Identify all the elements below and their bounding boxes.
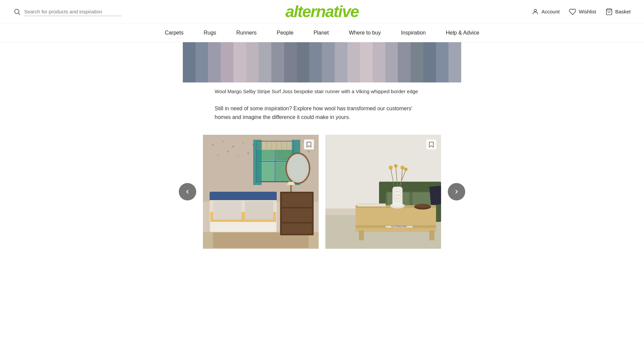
wishlist-label: Wishlist — [579, 9, 596, 14]
main-nav: Carpets Rugs Runners People Planet Where… — [0, 23, 644, 42]
carousel-images: EAT DRINK MAP — [203, 135, 441, 249]
svg-point-88 — [389, 166, 393, 170]
wishlist-link[interactable]: Wishlist — [569, 8, 596, 15]
svg-point-89 — [394, 164, 397, 168]
svg-rect-55 — [282, 224, 312, 234]
svg-rect-73 — [359, 230, 364, 240]
account-label: Account — [541, 9, 559, 14]
svg-point-91 — [404, 168, 408, 171]
bedroom-scene — [203, 135, 319, 249]
body-text: Still in need of some inspiration? Explo… — [171, 104, 473, 121]
svg-point-2 — [534, 9, 537, 11]
main-content: Wool Margo Selby Stripe Surf Joss bespok… — [171, 42, 473, 269]
image-caption: Wool Margo Selby Stripe Surf Joss bespok… — [171, 88, 473, 94]
header-actions: Account Wishlist Basket — [532, 8, 631, 15]
nav-item-help-advice[interactable]: Help & Advice — [446, 28, 479, 37]
svg-point-8 — [232, 145, 234, 147]
svg-rect-58 — [290, 185, 292, 192]
svg-rect-70 — [429, 185, 441, 205]
carousel-next-button[interactable] — [448, 183, 465, 200]
svg-point-0 — [15, 9, 19, 13]
svg-rect-42 — [253, 140, 262, 185]
living-scene: EAT DRINK MAP — [325, 135, 441, 249]
svg-point-57 — [288, 156, 307, 181]
account-icon — [532, 8, 539, 15]
wishlist-icon — [569, 8, 576, 15]
carousel-image-living: EAT DRINK MAP — [325, 135, 441, 249]
basket-label: Basket — [615, 9, 631, 14]
svg-point-19 — [237, 156, 239, 157]
account-link[interactable]: Account — [532, 8, 559, 15]
svg-rect-54 — [282, 208, 312, 222]
svg-point-93 — [415, 204, 430, 208]
nav-item-people[interactable]: People — [277, 28, 293, 37]
search-icon[interactable] — [13, 8, 21, 15]
svg-rect-48 — [213, 201, 241, 220]
nav-item-carpets[interactable]: Carpets — [165, 28, 183, 37]
svg-rect-74 — [429, 230, 434, 240]
nav-item-planet[interactable]: Planet — [314, 28, 329, 37]
basket-link[interactable]: Basket — [605, 8, 631, 15]
svg-point-9 — [243, 142, 244, 144]
basket-icon — [605, 8, 613, 15]
svg-point-7 — [222, 141, 224, 142]
svg-point-90 — [400, 166, 405, 170]
nav-item-rugs[interactable]: Rugs — [204, 28, 216, 37]
carousel-image-bedroom — [203, 135, 319, 249]
svg-rect-53 — [282, 193, 312, 207]
site-logo[interactable]: alternative — [285, 4, 359, 20]
svg-point-20 — [247, 152, 249, 154]
nav-item-inspiration[interactable]: Inspiration — [401, 28, 426, 37]
bookmark-button-bedroom[interactable] — [304, 139, 314, 149]
svg-rect-95 — [357, 203, 386, 204]
carpet-banner-image — [183, 42, 461, 82]
svg-rect-79 — [392, 187, 402, 207]
nav-item-where-to-buy[interactable]: Where to buy — [349, 28, 381, 37]
svg-rect-49 — [245, 201, 273, 220]
nav-item-runners[interactable]: Runners — [236, 28, 257, 37]
svg-point-18 — [227, 150, 229, 153]
inspiration-carousel: EAT DRINK MAP — [171, 135, 473, 249]
svg-point-17 — [217, 154, 219, 156]
search-area — [13, 7, 127, 16]
site-header: alternative Account Wishlist — [0, 0, 644, 23]
search-input[interactable] — [24, 7, 121, 16]
carousel-prev-button[interactable] — [179, 183, 196, 200]
svg-rect-35 — [257, 141, 293, 150]
svg-point-26 — [308, 150, 310, 153]
svg-text:EAT DRINK MAP: EAT DRINK MAP — [391, 226, 407, 228]
svg-line-1 — [18, 13, 20, 15]
svg-point-6 — [212, 144, 214, 146]
bookmark-button-living[interactable] — [426, 139, 436, 149]
